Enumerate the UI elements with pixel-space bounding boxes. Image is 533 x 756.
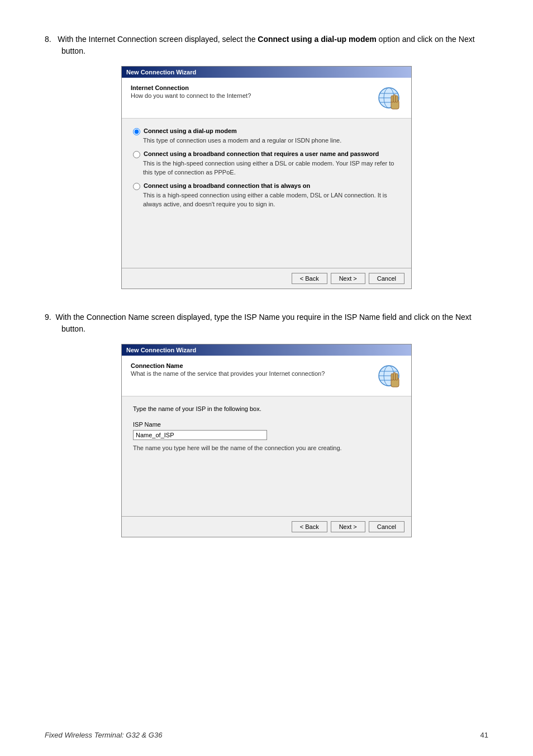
wizard-spacer-2 bbox=[133, 451, 400, 507]
radio-desc-3: This is a high-speed connection using ei… bbox=[143, 191, 400, 209]
next-button-1[interactable]: Next > bbox=[331, 273, 365, 284]
step-9-section: 9. With the Connection Name screen displ… bbox=[45, 311, 488, 537]
wizard-window-2: New Connection Wizard Connection Name Wh… bbox=[121, 344, 412, 537]
radio-input-2[interactable] bbox=[133, 151, 140, 158]
step-8-bold: Connect using a dial-up modem bbox=[258, 35, 376, 44]
wizard-content-1: Connect using a dial-up modem This type … bbox=[122, 119, 411, 268]
wizard-header-text-2: Connection Name What is the name of the … bbox=[131, 362, 370, 377]
wizard-footer-2: < Back Next > Cancel bbox=[122, 516, 411, 537]
wizard-header-text-1: Internet Connection How do you want to c… bbox=[131, 84, 370, 99]
radio-desc-1: This type of connection uses a modem and… bbox=[143, 136, 400, 145]
radio-label-1: Connect using a dial-up modem bbox=[133, 127, 400, 135]
radio-label-2: Connect using a broadband connection tha… bbox=[133, 150, 400, 158]
wizard-header-subtitle-2: What is the name of the service that pro… bbox=[131, 370, 370, 377]
step-8-text: 8. With the Internet Connection screen d… bbox=[45, 34, 488, 57]
step-8-section: 8. With the Internet Connection screen d… bbox=[45, 34, 488, 289]
footer-page: 41 bbox=[480, 731, 488, 739]
wizard-body-1: Internet Connection How do you want to c… bbox=[122, 78, 411, 289]
wizard-content-2: Type the name of your ISP in the followi… bbox=[122, 396, 411, 516]
svg-rect-8 bbox=[396, 96, 398, 102]
wizard-instruction: Type the name of your ISP in the followi… bbox=[133, 405, 400, 412]
radio-option-2: Connect using a broadband connection tha… bbox=[133, 150, 400, 177]
radio-input-1[interactable] bbox=[133, 128, 140, 135]
cancel-button-1[interactable]: Cancel bbox=[369, 273, 404, 284]
step-9-description: With the Connection Name screen displaye… bbox=[55, 313, 471, 333]
next-button-2[interactable]: Next > bbox=[331, 521, 365, 532]
wizard-header-title-2: Connection Name bbox=[131, 362, 370, 369]
wizard-footer-1: < Back Next > Cancel bbox=[122, 268, 411, 289]
cancel-button-2[interactable]: Cancel bbox=[369, 521, 404, 532]
back-button-2[interactable]: < Back bbox=[292, 521, 327, 532]
page-footer: Fixed Wireless Terminal: G32 & G36 41 bbox=[0, 731, 533, 739]
svg-rect-16 bbox=[393, 372, 396, 380]
isp-note: The name you type here will be the name … bbox=[133, 445, 400, 451]
radio-title-2: Connect using a broadband connection tha… bbox=[144, 150, 379, 157]
step-9-number: 9. bbox=[45, 313, 51, 322]
isp-name-label: ISP Name bbox=[133, 421, 400, 428]
wizard-header-1: Internet Connection How do you want to c… bbox=[122, 78, 411, 119]
svg-rect-7 bbox=[393, 94, 396, 102]
wizard-header-subtitle-1: How do you want to connect to the Intern… bbox=[131, 92, 370, 99]
radio-input-3[interactable] bbox=[133, 183, 140, 190]
wizard-window-1: New Connection Wizard Internet Connectio… bbox=[121, 66, 412, 289]
wizard-icon-2 bbox=[375, 362, 402, 389]
radio-option-3: Connect using a broadband connection tha… bbox=[133, 182, 400, 209]
footer-title: Fixed Wireless Terminal: G32 & G36 bbox=[45, 731, 162, 739]
back-button-1[interactable]: < Back bbox=[292, 273, 327, 284]
wizard-header-title-1: Internet Connection bbox=[131, 84, 370, 91]
radio-label-3: Connect using a broadband connection tha… bbox=[133, 182, 400, 190]
radio-title-1: Connect using a dial-up modem bbox=[144, 127, 237, 134]
wizard-header-2: Connection Name What is the name of the … bbox=[122, 356, 411, 396]
wizard-body-2: Connection Name What is the name of the … bbox=[122, 356, 411, 537]
wizard-icon-1 bbox=[375, 84, 402, 111]
svg-rect-15 bbox=[391, 374, 393, 380]
wizard-title-2: New Connection Wizard bbox=[126, 347, 196, 353]
step-8-text-before: With the Internet Connection screen disp… bbox=[58, 35, 258, 44]
radio-option-1: Connect using a dial-up modem This type … bbox=[133, 127, 400, 145]
radio-title-3: Connect using a broadband connection tha… bbox=[144, 182, 310, 189]
svg-rect-6 bbox=[391, 96, 393, 102]
wizard-spacer-1 bbox=[133, 214, 400, 259]
wizard-titlebar-1: New Connection Wizard bbox=[122, 67, 411, 78]
step-8-number: 8. bbox=[45, 35, 51, 44]
wizard-titlebar-2: New Connection Wizard bbox=[122, 344, 411, 356]
wizard-title-1: New Connection Wizard bbox=[126, 69, 196, 75]
radio-desc-2: This is the high-speed connection using … bbox=[143, 159, 400, 177]
isp-name-input[interactable] bbox=[133, 430, 267, 440]
step-9-text: 9. With the Connection Name screen displ… bbox=[45, 311, 488, 335]
svg-rect-17 bbox=[396, 374, 398, 380]
